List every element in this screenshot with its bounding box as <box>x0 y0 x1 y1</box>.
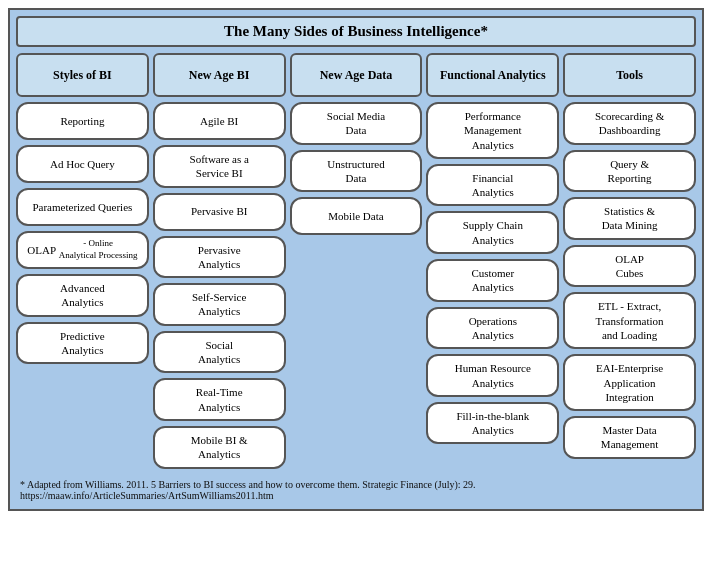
main-title: The Many Sides of Business Intelligence* <box>16 16 696 47</box>
col-header-1: New Age BI <box>153 53 286 97</box>
card-0-3: OLAP - OnlineAnalytical Processing <box>16 231 149 269</box>
column-1: New Age BIAgile BISoftware as a Service … <box>153 53 286 469</box>
column-0: Styles of BIReportingAd Hoc QueryParamet… <box>16 53 149 364</box>
card-3-1: Financial Analytics <box>426 164 559 207</box>
card-1-3: Pervasive Analytics <box>153 236 286 279</box>
card-1-5: Social Analytics <box>153 331 286 374</box>
card-1-1: Software as a Service BI <box>153 145 286 188</box>
col-header-2: New Age Data <box>290 53 423 97</box>
card-0-5: Predictive Analytics <box>16 322 149 365</box>
card-0-2: Parameterized Queries <box>16 188 149 226</box>
col-header-4: Tools <box>563 53 696 97</box>
footer: * Adapted from Williams. 2011. 5 Barrier… <box>16 477 696 503</box>
col-header-0: Styles of BI <box>16 53 149 97</box>
card-2-1: Unstructured Data <box>290 150 423 193</box>
card-3-5: Human Resource Analytics <box>426 354 559 397</box>
col-header-3: Functional Analytics <box>426 53 559 97</box>
card-1-0: Agile BI <box>153 102 286 140</box>
card-3-2: Supply Chain Analytics <box>426 211 559 254</box>
card-2-2: Mobile Data <box>290 197 423 235</box>
card-3-3: Customer Analytics <box>426 259 559 302</box>
card-1-4: Self-Service Analytics <box>153 283 286 326</box>
card-3-4: Operations Analytics <box>426 307 559 350</box>
card-4-4: ETL - Extract, Transformation and Loadin… <box>563 292 696 349</box>
card-2-0: Social Media Data <box>290 102 423 145</box>
card-3-0: Performance Management Analytics <box>426 102 559 159</box>
card-1-2: Pervasive BI <box>153 193 286 231</box>
card-4-5: EAI-Enterprise Application Integration <box>563 354 696 411</box>
card-4-2: Statistics & Data Mining <box>563 197 696 240</box>
column-2: New Age DataSocial Media DataUnstructure… <box>290 53 423 235</box>
main-container: The Many Sides of Business Intelligence*… <box>8 8 704 511</box>
column-4: ToolsScorecarding & DashboardingQuery & … <box>563 53 696 459</box>
columns-row: Styles of BIReportingAd Hoc QueryParamet… <box>16 53 696 469</box>
card-4-3: OLAP Cubes <box>563 245 696 288</box>
card-3-6: Fill-in-the-blank Analytics <box>426 402 559 445</box>
card-4-6: Master Data Management <box>563 416 696 459</box>
card-1-7: Mobile BI & Analytics <box>153 426 286 469</box>
card-1-6: Real-Time Analytics <box>153 378 286 421</box>
column-3: Functional AnalyticsPerformance Manageme… <box>426 53 559 444</box>
card-0-4: Advanced Analytics <box>16 274 149 317</box>
card-4-1: Query & Reporting <box>563 150 696 193</box>
card-4-0: Scorecarding & Dashboarding <box>563 102 696 145</box>
card-0-0: Reporting <box>16 102 149 140</box>
card-0-1: Ad Hoc Query <box>16 145 149 183</box>
